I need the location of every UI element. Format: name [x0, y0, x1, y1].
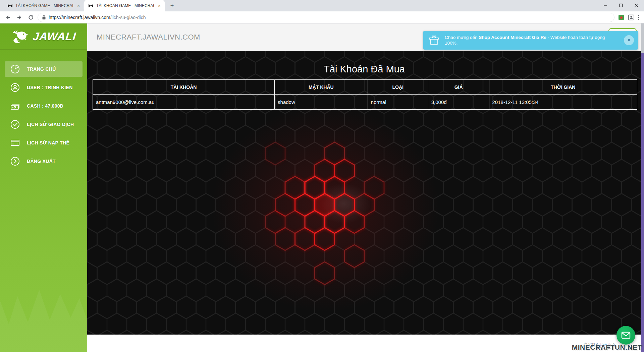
browser-tab-1[interactable]: TÀI KHOẢN GAME - MINECRAFT ×	[3, 0, 84, 11]
chat-button[interactable]	[616, 326, 635, 345]
tab-title: TÀI KHOẢN GAME - MINECRAFT	[15, 3, 73, 8]
logo[interactable]: JAWALI	[0, 23, 87, 50]
menu-dots-icon[interactable]	[638, 14, 639, 20]
site-title: MINECRAFT.JAWALIVN.COM	[97, 33, 200, 42]
col-header-price: GIÁ	[428, 80, 489, 95]
toast-message-bold: Shop Account Minecraft Giá Rẻ	[479, 35, 546, 40]
sidebar-item-label: ĐĂNG XUẤT	[27, 159, 56, 164]
footer: © 2018 Jawali A	[87, 335, 641, 352]
sidebar-item-dang-xuat[interactable]: ĐĂNG XUẤT	[5, 154, 83, 169]
sidebar-item-lich-su-nap-the[interactable]: LỊCH SỬ NẠP THẺ	[5, 135, 83, 151]
pie-chart-icon	[10, 64, 20, 74]
sidebar-item-cash[interactable]: CASH : 47,000Đ	[5, 98, 83, 114]
browser-tab-2-active[interactable]: TÀI KHOẢN GAME - MINECRAFT ×	[84, 0, 165, 11]
scrollbar-thumb[interactable]	[641, 23, 644, 53]
col-header-account: TÀI KHOẢN	[93, 80, 275, 95]
gift-icon	[429, 35, 439, 46]
cell-password: shadow	[275, 95, 368, 110]
welcome-toast: Chào mừng đến Shop Account Minecraft Giá…	[423, 31, 638, 50]
maximize-button[interactable]	[613, 0, 629, 11]
favicon-icon	[7, 3, 13, 8]
cell-time: 2018-12-11 13:05:34	[489, 95, 637, 110]
logo-text: JAWALI	[32, 30, 77, 43]
sidebar-item-label: LỊCH SỬ GIAO DỊCH	[27, 122, 74, 127]
sidebar-item-label: LỊCH SỬ NẠP THẺ	[27, 140, 69, 145]
browser-tabstrip: TÀI KHOẢN GAME - MINECRAFT × TÀI KHOẢN G…	[0, 0, 644, 11]
tab-title: TÀI KHOẢN GAME - MINECRAFT	[96, 3, 154, 8]
sidebar-item-label: TRANG CHỦ	[27, 66, 56, 72]
window-controls	[598, 0, 644, 11]
page-title: Tài Khoản Đã Mua	[87, 64, 641, 75]
url-bar[interactable]: https://minecraft.jawalivn.com/lich-su-g…	[38, 13, 614, 22]
cash-icon	[10, 101, 20, 111]
logout-icon	[10, 156, 20, 166]
favicon-icon	[88, 3, 94, 8]
cell-price: 3,000đ	[428, 95, 489, 110]
tab-close-icon[interactable]: ×	[76, 3, 81, 8]
table-header-row: TÀI KHOẢN MẬT KHẨU LOẠI GIÁ THỜI GIAN	[93, 80, 637, 95]
forward-button[interactable]	[15, 13, 24, 22]
page-scrollbar[interactable]	[641, 23, 644, 352]
browser-toolbar: https://minecraft.jawalivn.com/lich-su-g…	[0, 11, 644, 23]
url-text: https://minecraft.jawalivn.com/lich-su-g…	[49, 15, 146, 20]
sidebar-item-label: USER : TRINH KIEN	[27, 85, 73, 90]
toast-message: Chào mừng đến Shop Account Minecraft Giá…	[445, 35, 619, 46]
toast-close-icon[interactable]: ×	[624, 35, 634, 45]
profile-icon[interactable]	[628, 14, 635, 21]
sidebar-item-label: CASH : 47,000Đ	[27, 103, 63, 109]
minimize-button[interactable]	[598, 0, 613, 11]
credit-card-icon	[10, 138, 20, 148]
purchased-accounts-table: TÀI KHOẢN MẬT KHẨU LOẠI GIÁ THỜI GIAN an…	[93, 79, 637, 110]
sidebar-item-trang-chu[interactable]: TRANG CHỦ	[5, 61, 83, 77]
extension-icon[interactable]	[618, 14, 625, 21]
close-window-button[interactable]	[629, 0, 644, 11]
back-button[interactable]	[3, 13, 13, 22]
url-path: /lich-su-giao-dich	[110, 15, 146, 20]
user-icon	[10, 82, 20, 93]
main-content: Tài Khoản Đã Mua TÀI KHOẢN MẬT KHẨU LOẠI…	[87, 51, 641, 335]
col-header-type: LOẠI	[368, 80, 428, 95]
sidebar: JAWALI TRANG CHỦ USER : TRINH KIEN CASH …	[0, 23, 87, 352]
eagle-logo-icon	[11, 29, 30, 44]
envelope-icon	[621, 332, 631, 339]
watermark: MINECRAFTUN.NET	[572, 343, 642, 351]
sidebar-menu: TRANG CHỦ USER : TRINH KIEN CASH : 47,00…	[0, 50, 87, 169]
sidebar-item-lich-su-giao-dich[interactable]: LỊCH SỬ GIAO DỊCH	[5, 117, 83, 132]
screen: TÀI KHOẢN GAME - MINECRAFT × TÀI KHOẢN G…	[0, 0, 644, 352]
url-domain: https://minecraft.jawalivn.com	[49, 15, 110, 20]
table-row: antman9000@live.com.au shadow normal 3,0…	[93, 95, 637, 110]
col-header-password: MẬT KHẨU	[275, 80, 368, 95]
check-circle-icon	[10, 119, 20, 129]
sidebar-item-user[interactable]: USER : TRINH KIEN	[5, 80, 83, 95]
new-tab-button[interactable]: +	[167, 1, 177, 10]
toolbar-actions	[616, 14, 641, 21]
col-header-time: THỜI GIAN	[489, 80, 637, 95]
cell-type: normal	[368, 95, 428, 110]
cell-account: antman9000@live.com.au	[93, 95, 275, 110]
padlock-icon	[42, 15, 46, 20]
tab-close-icon[interactable]: ×	[157, 3, 162, 8]
refresh-button[interactable]	[26, 13, 36, 22]
